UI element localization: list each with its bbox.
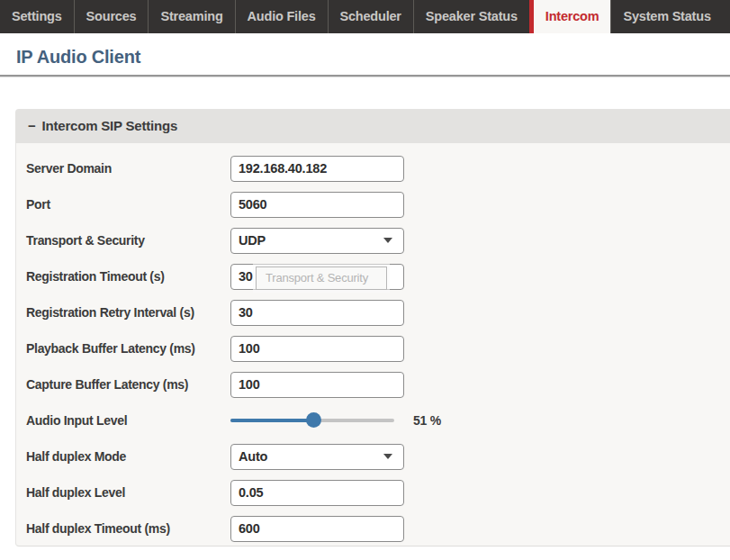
- form-row-half-duplex-level: Half duplex Level: [26, 479, 730, 506]
- tab-bar: SettingsSourcesStreamingAudio FilesSched…: [0, 0, 730, 33]
- playback-buffer-latency-ms-input[interactable]: [230, 336, 404, 362]
- panel-title: Intercom SIP Settings: [42, 118, 178, 133]
- panel-body: Server DomainPortTransport & SecurityUDP…: [15, 143, 730, 546]
- field-label: Half duplex Mode: [26, 449, 230, 464]
- form-row-half-duplex-mode: Half duplex ModeAuto: [26, 443, 730, 470]
- tab-speaker-status[interactable]: Speaker Status: [413, 0, 529, 33]
- audio-input-level-slider[interactable]: [230, 412, 394, 429]
- divider: [0, 75, 730, 77]
- tab-intercom[interactable]: Intercom: [529, 0, 611, 33]
- panel-header[interactable]: −Intercom SIP Settings: [15, 109, 730, 143]
- field-label: Audio Input Level: [26, 413, 230, 428]
- form-row-registration-retry-interval-s: Registration Retry Interval (s): [26, 299, 730, 326]
- field-label: Registration Retry Interval (s): [26, 305, 230, 320]
- tab-settings[interactable]: Settings: [0, 0, 74, 33]
- select-value: Auto: [239, 449, 267, 464]
- server-domain-input[interactable]: [230, 156, 404, 182]
- field-label: Transport & Security: [26, 233, 230, 248]
- collapse-icon[interactable]: −: [28, 118, 36, 133]
- transport-security-select[interactable]: UDP: [230, 228, 404, 254]
- form-row-audio-input-level: Audio Input Level51 %: [26, 407, 730, 434]
- field-label: Playback Buffer Latency (ms): [26, 341, 230, 356]
- form-row-playback-buffer-latency-ms: Playback Buffer Latency (ms): [26, 335, 730, 362]
- field-label: Half duplex Timeout (ms): [26, 521, 230, 536]
- form-row-registration-timeout-s: Registration Timeout (s)Transport & Secu…: [26, 263, 730, 290]
- tab-system-status[interactable]: System Status: [610, 0, 722, 33]
- chevron-down-icon: [383, 454, 392, 459]
- page-title: IP Audio Client: [16, 47, 730, 68]
- slider-handle[interactable]: [306, 412, 321, 428]
- half-duplex-timeout-ms-input[interactable]: [230, 516, 404, 542]
- form-row-server-domain: Server Domain: [26, 155, 730, 182]
- intercom-sip-settings-panel: −Intercom SIP Settings Server DomainPort…: [15, 109, 730, 546]
- field-label: Registration Timeout (s): [26, 269, 230, 284]
- slider-fill: [230, 419, 314, 422]
- capture-buffer-latency-ms-input[interactable]: [230, 372, 404, 398]
- tab-streaming[interactable]: Streaming: [148, 0, 234, 33]
- port-input[interactable]: [230, 192, 404, 218]
- registration-retry-interval-s-input[interactable]: [230, 300, 404, 326]
- chevron-down-icon: [383, 238, 392, 243]
- field-label: Capture Buffer Latency (ms): [26, 377, 230, 392]
- select-value: UDP: [239, 233, 266, 248]
- form-row-capture-buffer-latency-ms: Capture Buffer Latency (ms): [26, 371, 730, 398]
- form-row-port: Port: [26, 191, 730, 218]
- form-row-transport-security: Transport & SecurityUDP: [26, 227, 730, 254]
- slider-value-label: 51 %: [413, 413, 441, 428]
- half-duplex-mode-select[interactable]: Auto: [230, 444, 404, 470]
- tab-sources[interactable]: Sources: [74, 0, 149, 33]
- field-label: Server Domain: [26, 161, 230, 176]
- tab-scheduler[interactable]: Scheduler: [328, 0, 413, 33]
- field-label: Port: [26, 197, 230, 212]
- field-label: Half duplex Level: [26, 485, 230, 500]
- half-duplex-level-input[interactable]: [230, 480, 404, 506]
- tab-audio-files[interactable]: Audio Files: [235, 0, 328, 33]
- form-row-half-duplex-timeout-ms: Half duplex Timeout (ms): [26, 515, 730, 542]
- tooltip: Transport & Security: [256, 266, 387, 290]
